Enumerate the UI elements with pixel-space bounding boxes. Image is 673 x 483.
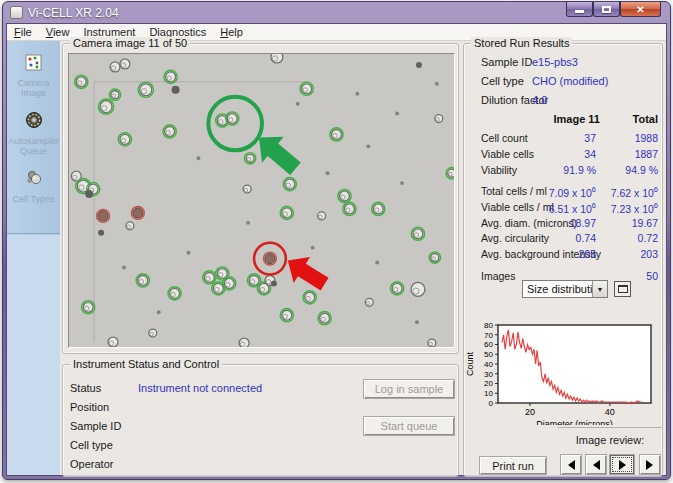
sidebar-item-label: Autosampler Queue bbox=[9, 136, 59, 156]
column-header-total: Total bbox=[604, 113, 658, 125]
instrument-field-value: Instrument not connected bbox=[138, 382, 262, 394]
camera-image[interactable] bbox=[68, 53, 455, 348]
sidebar-item-label: Camera Image bbox=[9, 78, 59, 98]
popout-chart-button[interactable] bbox=[614, 281, 631, 297]
result-row-image-value: 91.9 % bbox=[524, 164, 596, 176]
result-row-total-value: 50 bbox=[604, 270, 658, 282]
menu-file[interactable]: File bbox=[7, 25, 39, 39]
svg-text:60: 60 bbox=[484, 340, 493, 349]
sidebar-item-label: Cell Types bbox=[9, 194, 59, 204]
instrument-field-label: Status bbox=[70, 382, 101, 394]
app-icon bbox=[10, 6, 23, 19]
previous-icon bbox=[593, 460, 600, 470]
result-row-total-value: 7.62 x 106 bbox=[604, 185, 658, 199]
minimize-icon bbox=[575, 10, 584, 13]
instrument-field-label: Cell type bbox=[70, 439, 113, 451]
result-row-total-value: 19.67 bbox=[604, 217, 658, 229]
camera-image-panel: Camera image 11 of 50 bbox=[62, 43, 459, 354]
maximize-button[interactable] bbox=[593, 2, 620, 17]
close-icon: ✕ bbox=[636, 4, 644, 15]
next-icon bbox=[619, 460, 626, 470]
result-info-value: CHO (modified) bbox=[532, 75, 608, 87]
last-icon bbox=[646, 460, 653, 470]
result-row-label: Cell count bbox=[481, 132, 528, 144]
result-row-image-value: 18.97 bbox=[524, 217, 596, 229]
window-title: Vi-CELL XR 2.04 bbox=[28, 6, 119, 20]
minimize-button[interactable] bbox=[566, 2, 593, 17]
result-row-total-value: 203 bbox=[604, 248, 658, 260]
result-info-value: e15-pbs3 bbox=[532, 56, 578, 68]
instrument-field-label: Sample ID bbox=[70, 420, 121, 432]
svg-text:10: 10 bbox=[484, 389, 493, 398]
close-button[interactable]: ✕ bbox=[620, 2, 661, 17]
result-info-label: Sample ID bbox=[481, 56, 532, 68]
result-row-image-value: 0.74 bbox=[524, 232, 596, 244]
sidebar-item-autosampler-queue[interactable]: Autosampler Queue bbox=[9, 111, 59, 156]
result-row-label: Images bbox=[481, 270, 515, 282]
svg-text:0: 0 bbox=[489, 399, 494, 408]
sidebar-item-cell-types[interactable]: Cell Types bbox=[9, 169, 59, 204]
size-distribution-chart: 010203040506070802040CountDiameter (micr… bbox=[464, 300, 664, 425]
previous-image-button[interactable] bbox=[585, 454, 607, 475]
result-row-total-value: 7.23 x 106 bbox=[604, 201, 658, 215]
microscopy-image bbox=[69, 54, 454, 347]
svg-text:Diameter (microns): Diameter (microns) bbox=[536, 419, 613, 425]
chevron-down-icon[interactable]: ▼ bbox=[592, 281, 607, 297]
result-row-image-value: 7.09 x 106 bbox=[524, 185, 596, 199]
instrument-field-label: Operator bbox=[70, 458, 113, 470]
instrument-field-label: Position bbox=[70, 401, 109, 413]
instrument-status-panel: Instrument Status and Control StatusInst… bbox=[62, 364, 459, 477]
app-window: Vi-CELL XR 2.04 ✕ FileViewInstrumentDiag… bbox=[2, 1, 671, 480]
instrument-panel-title: Instrument Status and Control bbox=[70, 358, 222, 370]
result-row-total-value: 1988 bbox=[604, 132, 658, 144]
autosampler-queue-icon bbox=[25, 111, 43, 133]
menu-help[interactable]: Help bbox=[213, 25, 250, 39]
camera-panel-title: Camera image 11 of 50 bbox=[70, 37, 190, 49]
camera-image-icon bbox=[25, 54, 42, 75]
sidebar-items: Camera ImageAutosampler QueueCell Types bbox=[7, 41, 60, 234]
window-controls: ✕ bbox=[566, 2, 661, 17]
maximize-icon bbox=[602, 6, 611, 13]
first-image-button[interactable] bbox=[560, 454, 582, 475]
svg-text:20: 20 bbox=[484, 379, 493, 388]
print-run-button[interactable]: Print run bbox=[479, 456, 547, 475]
sidebar: Camera ImageAutosampler QueueCell Types bbox=[7, 41, 60, 475]
start-queue-button[interactable]: Start queue bbox=[363, 416, 455, 436]
result-row-label: Viability bbox=[481, 164, 517, 176]
result-row-image-value: 37 bbox=[524, 132, 596, 144]
result-info-label: Cell type bbox=[481, 75, 524, 87]
content-area: Camera ImageAutosampler QueueCell Types … bbox=[7, 41, 666, 475]
stored-run-results-panel: Stored Run Results Sample IDe15-pbs3Cell… bbox=[463, 43, 663, 477]
svg-text:40: 40 bbox=[605, 407, 615, 417]
result-row-total-value: 94.9 % bbox=[604, 164, 658, 176]
plot-type-value: Size distribution bbox=[523, 283, 592, 295]
sidebar-item-camera-image[interactable]: Camera Image bbox=[9, 54, 59, 98]
result-row-total-value: 0.72 bbox=[604, 232, 658, 244]
result-row-image-value: 34 bbox=[524, 148, 596, 160]
titlebar[interactable]: Vi-CELL XR 2.04 ✕ bbox=[3, 2, 670, 23]
svg-text:50: 50 bbox=[484, 350, 493, 359]
result-row-image-value: 205 bbox=[524, 248, 596, 260]
svg-text:70: 70 bbox=[484, 331, 493, 340]
svg-text:40: 40 bbox=[484, 360, 493, 369]
image-review-group: Image review: bbox=[558, 427, 662, 478]
result-info-value: 4.0 bbox=[532, 94, 547, 106]
sidebar-lower-panel bbox=[7, 235, 60, 475]
result-row-total-value: 1887 bbox=[604, 148, 658, 160]
plot-type-select[interactable]: Size distribution ▼ bbox=[522, 280, 608, 298]
popout-window-icon bbox=[618, 285, 628, 293]
image-review-label: Image review: bbox=[558, 434, 662, 446]
client-area: FileViewInstrumentDiagnosticsHelp Camera… bbox=[6, 23, 667, 476]
column-header-image: Image 11 bbox=[524, 113, 600, 125]
svg-text:80: 80 bbox=[484, 321, 493, 330]
cell-types-icon bbox=[25, 169, 43, 191]
last-image-button[interactable] bbox=[639, 454, 661, 475]
stored-results-title: Stored Run Results bbox=[471, 37, 572, 49]
svg-text:Count: Count bbox=[465, 352, 475, 377]
svg-text:20: 20 bbox=[525, 407, 535, 417]
result-row-image-value: 6.51 x 106 bbox=[524, 201, 596, 215]
next-image-button[interactable] bbox=[609, 454, 635, 475]
log-in-sample-button[interactable]: Log in sample bbox=[363, 379, 455, 399]
svg-text:30: 30 bbox=[484, 370, 493, 379]
